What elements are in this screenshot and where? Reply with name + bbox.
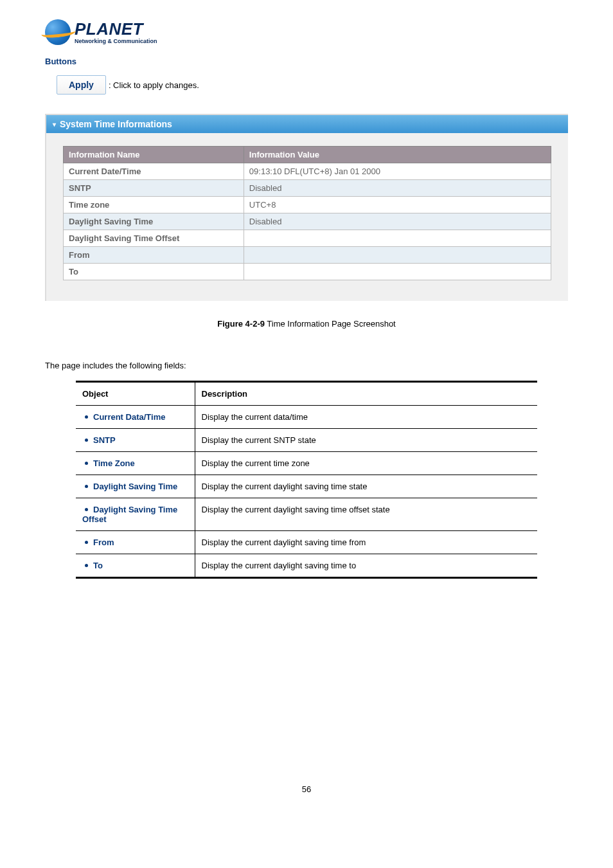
info-value	[244, 230, 551, 247]
desc-object: Current Data/Time	[76, 406, 195, 429]
system-time-panel: ▾ System Time Informations Information N…	[45, 114, 568, 301]
table-row: Daylight Saving Time Disabled	[64, 213, 551, 230]
bullet-icon	[85, 564, 88, 567]
table-row: To	[64, 264, 551, 280]
brand-name: PLANET	[75, 21, 157, 37]
table-row: Time Zone Display the current time zone	[76, 452, 537, 475]
info-value: Disabled	[244, 180, 551, 197]
info-name: Current Date/Time	[64, 163, 244, 180]
desc-object: Daylight Saving Time	[76, 475, 195, 498]
desc-text: Display the current SNTP state	[195, 429, 537, 452]
desc-object: Time Zone	[76, 452, 195, 475]
info-value	[244, 264, 551, 280]
table-row: Daylight Saving Time Offset	[64, 230, 551, 247]
table-row: Daylight Saving Time Offset Display the …	[76, 498, 537, 531]
info-value: Disabled	[244, 213, 551, 230]
globe-icon	[45, 19, 71, 45]
info-col-name: Information Name	[64, 147, 244, 163]
desc-text: Display the current daylight saving time…	[195, 498, 537, 531]
table-row: From	[64, 247, 551, 264]
desc-text: Display the current data/time	[195, 406, 537, 429]
desc-text: Display the current daylight saving time…	[195, 475, 537, 498]
caret-down-icon: ▾	[53, 121, 56, 128]
table-row: To Display the current daylight saving t…	[76, 554, 537, 578]
panel-title: System Time Informations	[60, 119, 172, 129]
buttons-heading: Buttons	[45, 57, 568, 66]
info-value	[244, 247, 551, 264]
apply-button[interactable]: Apply	[57, 75, 106, 95]
bullet-icon	[85, 439, 88, 442]
desc-text: Display the current time zone	[195, 452, 537, 475]
brand-tagline: Networking & Communication	[75, 39, 157, 44]
fields-intro: The page includes the following fields:	[45, 361, 568, 370]
system-time-info-table: Information Name Information Value Curre…	[63, 146, 551, 280]
table-row: SNTP Disabled	[64, 180, 551, 197]
desc-col-description: Description	[195, 382, 537, 406]
bullet-icon	[85, 508, 88, 511]
figure-label: Figure 4-2-9	[217, 319, 265, 329]
desc-text: Display the current daylight saving time…	[195, 531, 537, 554]
bullet-icon	[85, 462, 88, 465]
info-name: SNTP	[64, 180, 244, 197]
figure-caption: Figure 4-2-9 Time Information Page Scree…	[45, 319, 568, 329]
brand-logo: PLANET Networking & Communication	[45, 19, 568, 45]
bullet-icon	[85, 485, 88, 488]
info-name: From	[64, 247, 244, 264]
desc-object: Daylight Saving Time Offset	[76, 498, 195, 531]
page-number: 56	[45, 784, 568, 794]
info-col-value: Information Value	[244, 147, 551, 163]
table-row: Time zone UTC+8	[64, 197, 551, 213]
table-row: Daylight Saving Time Display the current…	[76, 475, 537, 498]
desc-object: To	[76, 554, 195, 578]
info-name: Daylight Saving Time	[64, 213, 244, 230]
table-row: Current Date/Time 09:13:10 DFL(UTC+8) Ja…	[64, 163, 551, 180]
apply-description: : Click to apply changes.	[109, 80, 199, 90]
table-row: SNTP Display the current SNTP state	[76, 429, 537, 452]
info-name: To	[64, 264, 244, 280]
table-row: From Display the current daylight saving…	[76, 531, 537, 554]
info-name: Time zone	[64, 197, 244, 213]
table-row: Current Data/Time Display the current da…	[76, 406, 537, 429]
fields-description-table: Object Description Current Data/Time Dis…	[76, 381, 537, 579]
figure-text: Time Information Page Screenshot	[265, 319, 396, 329]
system-time-panel-header[interactable]: ▾ System Time Informations	[46, 115, 568, 133]
info-value: 09:13:10 DFL(UTC+8) Jan 01 2000	[244, 163, 551, 180]
info-value: UTC+8	[244, 197, 551, 213]
info-name: Daylight Saving Time Offset	[64, 230, 244, 247]
desc-text: Display the current daylight saving time…	[195, 554, 537, 578]
bullet-icon	[85, 415, 88, 419]
swoosh-icon	[40, 26, 76, 39]
desc-object: SNTP	[76, 429, 195, 452]
bullet-icon	[85, 541, 88, 544]
desc-object: From	[76, 531, 195, 554]
desc-col-object: Object	[76, 382, 195, 406]
